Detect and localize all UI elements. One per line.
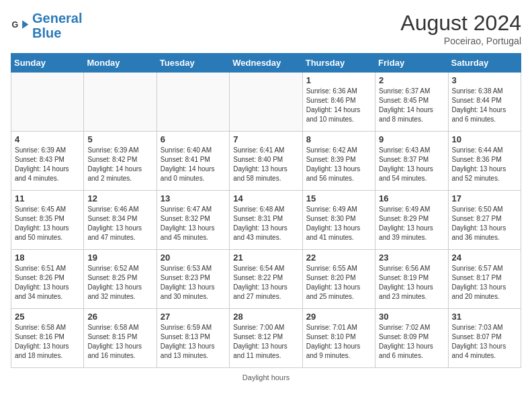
calendar-cell: 1Sunrise: 6:36 AM Sunset: 8:46 PM Daylig… [302,73,375,132]
day-number: 22 [306,253,371,263]
day-info: Sunrise: 6:57 AM Sunset: 8:17 PM Dayligh… [452,264,517,302]
page-header: G General Blue August 2024 Poceirao, Por… [11,11,521,46]
day-number: 2 [379,75,444,85]
calendar-cell: 13Sunrise: 6:47 AM Sunset: 8:32 PM Dayli… [157,191,229,250]
calendar-cell: 9Sunrise: 6:43 AM Sunset: 8:37 PM Daylig… [375,132,448,191]
day-number: 6 [161,134,226,144]
calendar-cell: 22Sunrise: 6:55 AM Sunset: 8:20 PM Dayli… [302,250,375,309]
day-number: 11 [15,193,80,203]
column-header-friday: Friday [375,54,448,73]
day-number: 26 [87,312,152,322]
title-block: August 2024 Poceirao, Portugal [400,11,521,46]
day-info: Sunrise: 7:00 AM Sunset: 8:12 PM Dayligh… [233,323,298,361]
day-info: Sunrise: 6:42 AM Sunset: 8:39 PM Dayligh… [306,146,371,183]
day-info: Sunrise: 6:38 AM Sunset: 8:44 PM Dayligh… [452,87,517,124]
day-number: 20 [161,253,226,263]
day-info: Sunrise: 6:43 AM Sunset: 8:37 PM Dayligh… [379,146,444,183]
column-header-wednesday: Wednesday [230,54,302,73]
daylight-label: Daylight hours [242,373,290,381]
day-info: Sunrise: 6:50 AM Sunset: 8:27 PM Dayligh… [452,205,517,242]
logo-icon: G [11,16,30,35]
month-year: August 2024 [400,11,521,36]
day-info: Sunrise: 6:55 AM Sunset: 8:20 PM Dayligh… [306,264,371,302]
logo-text: General Blue [32,11,82,40]
day-info: Sunrise: 6:53 AM Sunset: 8:23 PM Dayligh… [161,264,226,302]
day-number: 30 [379,312,444,322]
week-row-1: 1Sunrise: 6:36 AM Sunset: 8:46 PM Daylig… [11,73,521,132]
calendar-cell: 25Sunrise: 6:58 AM Sunset: 8:16 PM Dayli… [11,309,84,368]
calendar-cell: 19Sunrise: 6:52 AM Sunset: 8:25 PM Dayli… [84,250,157,309]
day-info: Sunrise: 6:52 AM Sunset: 8:25 PM Dayligh… [87,264,152,302]
day-info: Sunrise: 6:49 AM Sunset: 8:30 PM Dayligh… [306,205,371,242]
day-number: 10 [452,134,517,144]
column-header-tuesday: Tuesday [157,54,229,73]
calendar-cell [84,73,157,132]
day-number: 18 [15,253,80,263]
calendar-cell: 31Sunrise: 7:03 AM Sunset: 8:07 PM Dayli… [448,309,521,368]
day-info: Sunrise: 6:56 AM Sunset: 8:19 PM Dayligh… [379,264,444,302]
header-row: SundayMondayTuesdayWednesdayThursdayFrid… [11,54,521,73]
svg-text:G: G [12,20,19,30]
day-number: 8 [306,134,371,144]
calendar-cell: 21Sunrise: 6:54 AM Sunset: 8:22 PM Dayli… [230,250,302,309]
day-info: Sunrise: 6:49 AM Sunset: 8:29 PM Dayligh… [379,205,444,242]
calendar-cell: 17Sunrise: 6:50 AM Sunset: 8:27 PM Dayli… [448,191,521,250]
logo-general: General [32,11,82,26]
day-number: 15 [306,193,371,203]
column-header-sunday: Sunday [11,54,84,73]
day-number: 14 [233,193,298,203]
footer-note: Daylight hours [11,373,521,381]
location: Poceirao, Portugal [400,36,521,46]
calendar-cell [11,73,84,132]
day-info: Sunrise: 6:58 AM Sunset: 8:15 PM Dayligh… [87,323,152,361]
day-info: Sunrise: 6:59 AM Sunset: 8:13 PM Dayligh… [161,323,226,361]
day-info: Sunrise: 6:37 AM Sunset: 8:45 PM Dayligh… [379,87,444,124]
day-info: Sunrise: 6:45 AM Sunset: 8:35 PM Dayligh… [15,205,80,242]
calendar-cell: 24Sunrise: 6:57 AM Sunset: 8:17 PM Dayli… [448,250,521,309]
day-info: Sunrise: 7:03 AM Sunset: 8:07 PM Dayligh… [452,323,517,361]
svg-marker-1 [22,20,28,28]
day-info: Sunrise: 6:51 AM Sunset: 8:26 PM Dayligh… [15,264,80,302]
logo-blue: Blue [32,26,61,40]
calendar-cell [230,73,302,132]
week-row-5: 25Sunrise: 6:58 AM Sunset: 8:16 PM Dayli… [11,309,521,368]
day-info: Sunrise: 6:47 AM Sunset: 8:32 PM Dayligh… [161,205,226,242]
day-number: 25 [15,312,80,322]
week-row-3: 11Sunrise: 6:45 AM Sunset: 8:35 PM Dayli… [11,191,521,250]
calendar-cell: 5Sunrise: 6:39 AM Sunset: 8:42 PM Daylig… [84,132,157,191]
calendar-cell: 29Sunrise: 7:01 AM Sunset: 8:10 PM Dayli… [302,309,375,368]
day-number: 3 [452,75,517,85]
day-number: 19 [87,253,152,263]
day-info: Sunrise: 6:48 AM Sunset: 8:31 PM Dayligh… [233,205,298,242]
calendar-cell: 10Sunrise: 6:44 AM Sunset: 8:36 PM Dayli… [448,132,521,191]
day-number: 27 [161,312,226,322]
calendar-cell [157,73,229,132]
calendar-cell: 11Sunrise: 6:45 AM Sunset: 8:35 PM Dayli… [11,191,84,250]
day-number: 23 [379,253,444,263]
day-number: 29 [306,312,371,322]
day-number: 17 [452,193,517,203]
day-number: 5 [87,134,152,144]
calendar-cell: 6Sunrise: 6:40 AM Sunset: 8:41 PM Daylig… [157,132,229,191]
column-header-monday: Monday [84,54,157,73]
calendar-cell: 20Sunrise: 6:53 AM Sunset: 8:23 PM Dayli… [157,250,229,309]
day-info: Sunrise: 6:39 AM Sunset: 8:42 PM Dayligh… [87,146,152,183]
day-info: Sunrise: 7:02 AM Sunset: 8:09 PM Dayligh… [379,323,444,361]
calendar-cell: 2Sunrise: 6:37 AM Sunset: 8:45 PM Daylig… [375,73,448,132]
calendar-cell: 8Sunrise: 6:42 AM Sunset: 8:39 PM Daylig… [302,132,375,191]
column-header-saturday: Saturday [448,54,521,73]
calendar-cell: 16Sunrise: 6:49 AM Sunset: 8:29 PM Dayli… [375,191,448,250]
day-number: 4 [15,134,80,144]
day-info: Sunrise: 6:39 AM Sunset: 8:43 PM Dayligh… [15,146,80,183]
day-info: Sunrise: 6:46 AM Sunset: 8:34 PM Dayligh… [87,205,152,242]
day-number: 31 [452,312,517,322]
day-info: Sunrise: 7:01 AM Sunset: 8:10 PM Dayligh… [306,323,371,361]
day-number: 24 [452,253,517,263]
day-number: 13 [161,193,226,203]
day-info: Sunrise: 6:40 AM Sunset: 8:41 PM Dayligh… [161,146,226,183]
day-number: 9 [379,134,444,144]
day-info: Sunrise: 6:36 AM Sunset: 8:46 PM Dayligh… [306,87,371,124]
calendar-cell: 26Sunrise: 6:58 AM Sunset: 8:15 PM Dayli… [84,309,157,368]
day-number: 28 [233,312,298,322]
calendar-cell: 30Sunrise: 7:02 AM Sunset: 8:09 PM Dayli… [375,309,448,368]
